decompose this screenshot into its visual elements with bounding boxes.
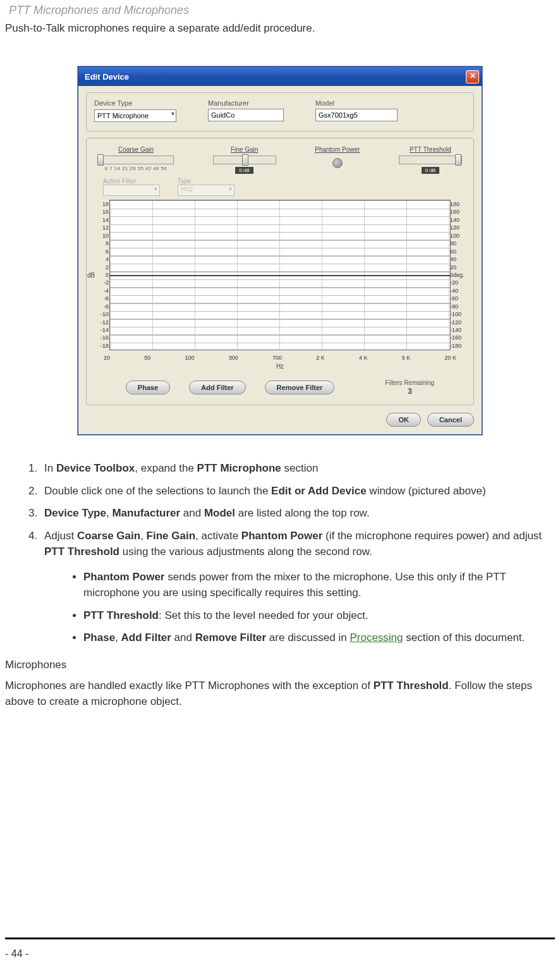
sub-list: Phantom Power sends power from the mixer… xyxy=(44,569,552,646)
device-type-label: Device Type xyxy=(94,99,176,107)
manufacturer-label: Manufacturer xyxy=(208,99,284,107)
y-axis-right: 180160140120100806040200deg.-20-40-60-80… xyxy=(450,200,469,350)
window-title: Edit Device xyxy=(85,72,129,82)
x-axis-unit: Hz xyxy=(276,363,284,370)
microphones-heading: Microphones xyxy=(0,659,560,671)
window-titlebar: Edit Device ✕ xyxy=(78,67,482,86)
phantom-power-toggle[interactable] xyxy=(332,158,343,168)
manufacturer-input[interactable] xyxy=(208,109,284,121)
filter-type-select: PEQ xyxy=(178,185,234,196)
ptt-threshold-slider[interactable] xyxy=(399,156,462,164)
ptt-threshold-group: PTT Threshold 0 dB xyxy=(399,146,462,174)
sub-phase: Phase, Add Filter and Remove Filter are … xyxy=(83,630,552,646)
fine-gain-label: Fine Gain xyxy=(231,146,258,153)
x-axis: 20501003007002 K4 K9 K20 K xyxy=(104,355,456,361)
model-input[interactable] xyxy=(315,109,398,121)
phantom-power-label: Phantom Power xyxy=(315,146,360,153)
coarse-gain-slider[interactable] xyxy=(98,156,174,164)
add-filter-button[interactable]: Add Filter xyxy=(189,381,245,394)
close-icon[interactable]: ✕ xyxy=(466,70,479,83)
microphones-paragraph: Microphones are handled exactly like PTT… xyxy=(0,678,560,710)
ok-button[interactable]: OK xyxy=(386,413,421,427)
processing-link[interactable]: Processing xyxy=(350,632,403,644)
step-4: Adjust Coarse Gain, Fine Gain, activate … xyxy=(40,528,552,646)
filter-selectors-disabled: Active Filter Type PEQ xyxy=(103,178,466,197)
screenshot-container: Edit Device ✕ Device Type Manufacturer M… xyxy=(0,47,560,441)
sub-ptt: PTT Threshold: Set this to the level nee… xyxy=(83,608,552,624)
coarse-gain-label: Coarse Gain xyxy=(118,146,154,153)
ptt-threshold-label: PTT Threshold xyxy=(410,146,451,153)
fine-gain-group: Fine Gain 0 dB xyxy=(213,146,276,174)
coarse-gain-group: Coarse Gain 0 7 14 21 28 35 42 48 56 xyxy=(98,146,174,174)
cancel-button[interactable]: Cancel xyxy=(427,413,474,427)
fine-gain-slider[interactable] xyxy=(213,156,276,164)
filter-type-label: Type xyxy=(178,178,234,185)
step-1: In Device Toolbox, expand the PTT Microp… xyxy=(40,460,552,477)
filters-remaining: Filters Remaining 3 xyxy=(385,379,434,396)
eq-graph[interactable]: dB 181614121086420-2-4-6-8-10-12-14-16-1… xyxy=(109,200,451,350)
device-info-panel: Device Type Manufacturer Model xyxy=(86,92,474,131)
y-axis-left: 181614121086420-2-4-6-8-10-12-14-16-18 xyxy=(95,200,109,350)
page-number: - 44 - xyxy=(5,948,28,960)
phantom-power-group: Phantom Power xyxy=(315,146,360,174)
step-3: Device Type, Manufacturer and Model are … xyxy=(40,505,552,522)
steps-list: In Device Toolbox, expand the PTT Microp… xyxy=(8,460,552,646)
footer-divider xyxy=(5,937,555,939)
step-2: Double click one of the selections to la… xyxy=(40,483,552,499)
intro-text: Push-to-Talk microphones require a separ… xyxy=(0,22,560,47)
page-header: PTT Microphones and Microphones xyxy=(0,0,560,22)
y-axis-unit: dB xyxy=(87,272,95,279)
sub-phantom: Phantom Power sends power from the mixer… xyxy=(83,569,552,601)
model-label: Model xyxy=(315,99,398,107)
graph-midline xyxy=(110,275,450,276)
edit-device-window: Edit Device ✕ Device Type Manufacturer M… xyxy=(78,66,482,435)
controls-panel: Coarse Gain 0 7 14 21 28 35 42 48 56 Fin… xyxy=(86,138,474,405)
active-filter-label: Active Filter xyxy=(103,178,160,185)
device-type-select[interactable] xyxy=(94,109,176,122)
coarse-gain-scale: 0 7 14 21 28 35 42 48 56 xyxy=(105,166,167,171)
fine-gain-value: 0 dB xyxy=(235,167,253,174)
remove-filter-button[interactable]: Remove Filter xyxy=(265,381,335,394)
phase-button[interactable]: Phase xyxy=(126,381,170,394)
ptt-threshold-value: 0 dB xyxy=(422,167,439,174)
active-filter-select xyxy=(103,185,160,196)
